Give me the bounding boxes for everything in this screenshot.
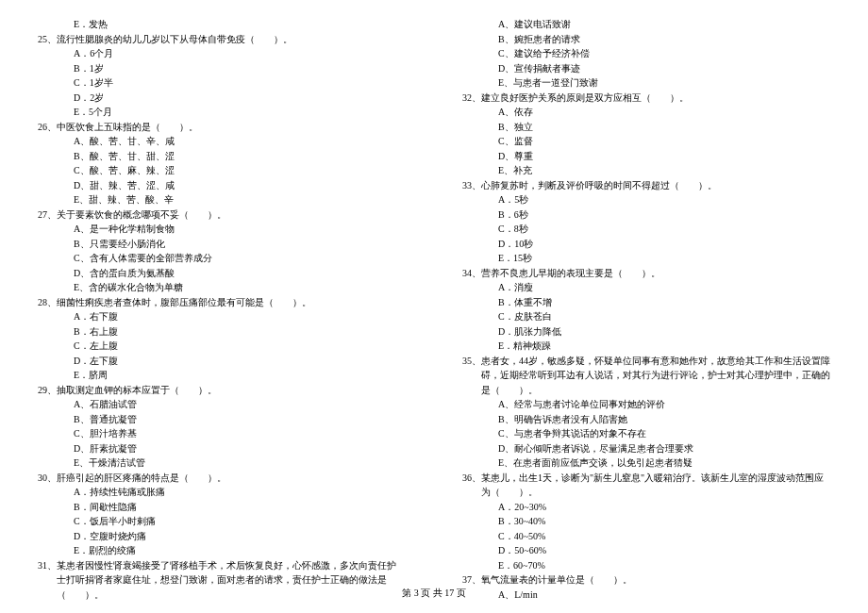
qnum: 35、 xyxy=(462,354,481,369)
question-36: 36、某患儿，出生1天，诊断为"新生儿窒息"入暖箱治疗。该新生儿室的湿度波动范围… xyxy=(462,471,830,500)
option: A、石腊油试管 xyxy=(38,397,401,412)
option: C．左上腹 xyxy=(38,339,401,354)
qtext: 抽取测定血钾的标本应置于（ ）。 xyxy=(57,385,217,395)
question-27: 27、关于要素饮食的概念哪项不妥（ ）。 xyxy=(38,207,401,223)
option: E、与患者一道登门致谢 xyxy=(462,75,830,91)
option: E、在患者面前应低声交谈，以免引起患者猜疑 xyxy=(462,456,830,471)
qtext: 关于要素饮食的概念哪项不妥（ ）。 xyxy=(57,209,226,220)
qnum: 32、 xyxy=(462,91,481,106)
qtext: 流行性腮腺炎的幼儿几岁以下从母体自带免疫（ ）。 xyxy=(57,34,292,44)
option: C、胆汁培养基 xyxy=(38,426,401,441)
qnum: 25、 xyxy=(38,32,57,47)
option: C、酸、苦、麻、辣、涩 xyxy=(38,163,401,178)
qnum: 26、 xyxy=(38,120,57,135)
option: D．左下腹 xyxy=(38,354,401,369)
option: C、含有人体需要的全部营养成分 xyxy=(38,251,401,266)
option: D、耐心倾听患者诉说，尽量满足患者合理要求 xyxy=(462,441,830,456)
option: B、酸、苦、甘、甜、涩 xyxy=(38,149,401,164)
qnum: 33、 xyxy=(462,178,481,193)
option: A．消瘦 xyxy=(462,280,830,295)
question-34: 34、营养不良患儿早期的表现主要是（ ）。 xyxy=(462,266,830,281)
option: E．15秒 xyxy=(462,251,830,266)
option: D、尊重 xyxy=(462,149,830,164)
option: E．脐周 xyxy=(38,368,401,383)
option: D、含的蛋白质为氨基酸 xyxy=(38,266,401,281)
qtext: 患者女，44岁，敏感多疑，怀疑单位同事有意和她作对，故意给其工作和生活设置障碍，… xyxy=(481,356,830,395)
question-28: 28、细菌性痢疾患者查体时，腹部压痛部位最有可能是（ ）。 xyxy=(38,295,401,310)
option: E、甜、辣、苦、酸、辛 xyxy=(38,192,401,207)
option: C．饭后半小时剌痛 xyxy=(38,514,401,529)
qnum: 34、 xyxy=(462,266,481,281)
option: B、婉拒患者的请求 xyxy=(462,32,830,47)
question-35: 35、患者女，44岁，敏感多疑，怀疑单位同事有意和她作对，故意给其工作和生活设置… xyxy=(462,354,830,398)
question-26: 26、中医饮食上五味指的是（ ）。 xyxy=(38,120,401,135)
column-left: E．发热 25、流行性腮腺炎的幼儿几岁以下从母体自带免疫（ ）。 A．6个月 B… xyxy=(0,17,434,613)
qtext: 中医饮食上五味指的是（ ）。 xyxy=(57,122,198,132)
question-32: 32、建立良好医护关系的原则是双方应相互（ ）。 xyxy=(462,91,830,106)
qnum: 31、 xyxy=(38,558,57,573)
option: B．30~40% xyxy=(462,514,830,529)
option: C．8秒 xyxy=(462,222,830,237)
option: A、是一种化学精制食物 xyxy=(38,222,401,237)
option: E．60~70% xyxy=(462,558,830,573)
option: E、补充 xyxy=(462,163,830,178)
option: C．40~50% xyxy=(462,529,830,544)
option: A、经常与患者讨论单位同事对她的评价 xyxy=(462,397,830,412)
option: B．1岁 xyxy=(38,61,401,76)
qtext: 氧气流量表的计量单位是（ ）。 xyxy=(481,574,632,585)
qnum: 37、 xyxy=(462,572,481,588)
option: B、只需要经小肠消化 xyxy=(38,237,401,252)
page-footer: 第 3 页 共 17 页 xyxy=(0,587,868,600)
qnum: 36、 xyxy=(462,471,481,486)
option: D、宣传捐献者事迹 xyxy=(462,61,830,76)
column-right: A、建议电话致谢 B、婉拒患者的请求 C、建议给予经济补偿 D、宣传捐献者事迹 … xyxy=(434,17,868,613)
option: B、普通抗凝管 xyxy=(38,412,401,427)
option: C．皮肤苍白 xyxy=(462,309,830,324)
option: B．间歇性隐痛 xyxy=(38,500,401,515)
option-e: E．发热 xyxy=(38,17,401,32)
option: A．5秒 xyxy=(462,192,830,207)
option: C、建议给予经济补偿 xyxy=(462,46,830,61)
option: D、甜、辣、苦、涩、咸 xyxy=(38,178,401,193)
qtext: 营养不良患儿早期的表现主要是（ ）。 xyxy=(481,268,660,278)
qnum: 27、 xyxy=(38,207,57,223)
option: E．5个月 xyxy=(38,105,401,120)
question-37: 37、氧气流量表的计量单位是（ ）。 xyxy=(462,572,830,588)
option: A．持续性钝痛或胀痛 xyxy=(38,485,401,500)
option: A、建议电话致谢 xyxy=(462,17,830,32)
option: A．右下腹 xyxy=(38,309,401,324)
option: C、监督 xyxy=(462,134,830,149)
option: B、明确告诉患者没有人陷害她 xyxy=(462,412,830,427)
option: A．20~30% xyxy=(462,500,830,515)
qnum: 30、 xyxy=(38,471,57,486)
qtext: 肝癌引起的肝区疼痛的特点是（ ）。 xyxy=(57,472,226,483)
option: A．6个月 xyxy=(38,46,401,61)
qnum: 29、 xyxy=(38,383,57,398)
option: E．剧烈的绞痛 xyxy=(38,543,401,558)
option: C．1岁半 xyxy=(38,75,401,91)
option: D．50~60% xyxy=(462,543,830,558)
option: D．空腹时烧灼痛 xyxy=(38,529,401,544)
option: B．右上腹 xyxy=(38,324,401,340)
qtext: 建立良好医护关系的原则是双方应相互（ ）。 xyxy=(481,92,689,103)
option: D．2岁 xyxy=(38,91,401,106)
option: B．体重不增 xyxy=(462,295,830,310)
option: B、独立 xyxy=(462,120,830,135)
option: D．肌张力降低 xyxy=(462,324,830,340)
qnum: 28、 xyxy=(38,295,57,310)
option: A、酸、苦、甘、辛、咸 xyxy=(38,134,401,149)
option: E．精神烦躁 xyxy=(462,339,830,354)
option: D、肝素抗凝管 xyxy=(38,441,401,456)
qtext: 细菌性痢疾患者查体时，腹部压痛部位最有可能是（ ）。 xyxy=(57,297,311,307)
qtext: 心肺复苏时，判断及评价呼吸的时间不得超过（ ）。 xyxy=(481,180,717,191)
option: E、干燥清洁试管 xyxy=(38,456,401,471)
question-25: 25、流行性腮腺炎的幼儿几岁以下从母体自带免疫（ ）。 xyxy=(38,32,401,47)
option: B．6秒 xyxy=(462,207,830,223)
qtext: 某患儿，出生1天，诊断为"新生儿窒息"入暖箱治疗。该新生儿室的湿度波动范围应为（… xyxy=(481,472,824,498)
option: D．10秒 xyxy=(462,237,830,252)
option: C、与患者争辩其说话的对象不存在 xyxy=(462,426,830,441)
question-29: 29、抽取测定血钾的标本应置于（ ）。 xyxy=(38,383,401,398)
option: E、含的碳水化合物为单糖 xyxy=(38,280,401,295)
question-33: 33、心肺复苏时，判断及评价呼吸的时间不得超过（ ）。 xyxy=(462,178,830,193)
option: A、依存 xyxy=(462,105,830,120)
